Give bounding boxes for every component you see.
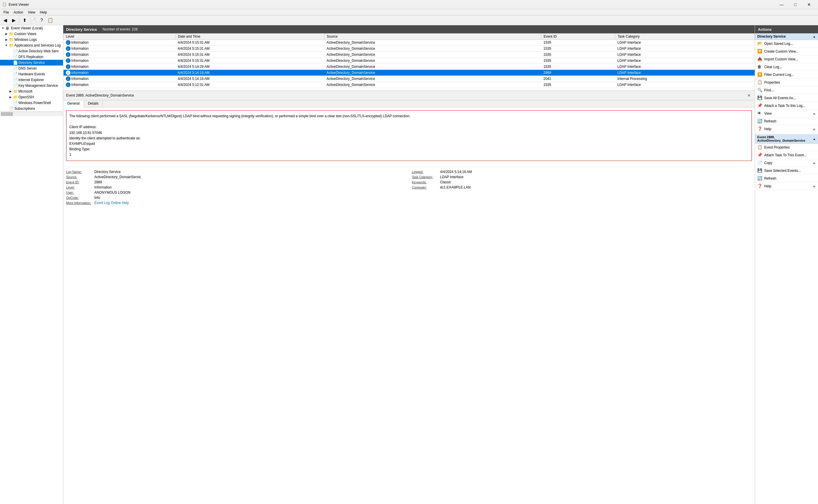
- action-item[interactable]: 💾 Save Selected Events...: [755, 167, 818, 175]
- info-icon: i: [66, 64, 70, 69]
- menu-file[interactable]: File: [1, 10, 11, 15]
- ssh-expand[interactable]: ▶: [9, 95, 12, 99]
- tab-general[interactable]: General: [63, 100, 84, 107]
- col-eventid[interactable]: Event ID: [541, 34, 615, 40]
- field-level: Level: Information: [66, 185, 406, 189]
- sidebar-item-directory-service[interactable]: ▶ 📄 Directory Service: [0, 60, 63, 66]
- action-item[interactable]: 👁 View ▶: [755, 110, 818, 118]
- action-item[interactable]: ❓ Help ▶: [755, 125, 818, 133]
- action-item[interactable]: 🔍 Find...: [755, 86, 818, 94]
- main-container: ▼ 🖥 Event Viewer (Local) ▶ 📁 Custom View…: [0, 25, 818, 504]
- back-button[interactable]: ◀: [1, 16, 9, 24]
- cell-eventid: 1535: [541, 64, 615, 70]
- events-table-container[interactable]: Level Date and Time Source Event ID Task…: [63, 33, 755, 91]
- event-id-label: Event ID:: [66, 180, 92, 184]
- sidebar-item-powershell[interactable]: ▶ 📄 Windows PowerShell: [0, 100, 63, 106]
- action-item[interactable]: 📂 Open Saved Log...: [755, 40, 818, 48]
- sidebar-item-ad-web[interactable]: ▶ 📄 Active Directory Web Serv: [0, 48, 63, 54]
- minimize-button[interactable]: —: [775, 0, 788, 9]
- custom-views-label: Custom Views: [14, 32, 36, 36]
- action-item[interactable]: 📋 Event Properties: [755, 144, 818, 151]
- sidebar-scrollbar[interactable]: [0, 111, 63, 116]
- actions-section1-title[interactable]: Directory Service ▲: [755, 33, 818, 40]
- info-icon: i: [66, 76, 70, 81]
- sidebar-item-ie[interactable]: ▶ 📄 Internet Explorer: [0, 77, 63, 83]
- menu-help[interactable]: Help: [38, 10, 49, 15]
- sidebar-item-dns[interactable]: ▶ 📄 DNS Server: [0, 66, 63, 71]
- help-button[interactable]: ?: [38, 16, 46, 24]
- sidebar-item-windows-logs[interactable]: ▶ 📁 Windows Logs: [0, 37, 63, 43]
- action-item[interactable]: ❓ Help ▶: [755, 182, 818, 190]
- log-name-value: Directory Service: [94, 170, 120, 174]
- forward-button[interactable]: ▶: [10, 16, 18, 24]
- table-row[interactable]: i Information 4/4/2024 5:14:16 AM Active…: [64, 70, 755, 76]
- table-row[interactable]: i Information 4/4/2024 5:15:31 AM Active…: [64, 52, 755, 58]
- table-row[interactable]: i Information 4/4/2024 5:12:31 AM Active…: [64, 82, 755, 88]
- sidebar-item-hardware[interactable]: ▶ 📄 Hardware Events: [0, 71, 63, 77]
- kms-label: Key Management Service: [18, 84, 58, 88]
- action-item[interactable]: 🔽 Filter Current Log...: [755, 71, 818, 79]
- table-row[interactable]: i Information 4/4/2024 5:15:31 AM Active…: [64, 40, 755, 46]
- events-table: Level Date and Time Source Event ID Task…: [63, 33, 755, 88]
- sidebar-item-app-services[interactable]: ▼ 📁 Applications and Services Log: [0, 43, 63, 48]
- detail-content: The following client performed a SASL (N…: [63, 107, 755, 167]
- table-row[interactable]: i Information 4/4/2024 5:14:16 AM Active…: [64, 76, 755, 82]
- action-item[interactable]: 🔄 Refresh: [755, 175, 818, 182]
- export-button[interactable]: 📋: [46, 16, 54, 24]
- detail-close-button[interactable]: ✕: [746, 93, 752, 98]
- cell-eventid: 1535: [541, 58, 615, 64]
- sidebar-scroll-thumb[interactable]: [1, 112, 13, 116]
- action-item[interactable]: 📥 Import Custom View...: [755, 55, 818, 63]
- action-icon: 📥: [757, 57, 763, 62]
- event-log-online-help-link[interactable]: Event Log Online Help: [94, 201, 129, 205]
- action-item[interactable]: 🔽 Create Custom View...: [755, 48, 818, 55]
- close-button[interactable]: ✕: [802, 0, 816, 9]
- col-source[interactable]: Source: [324, 34, 541, 40]
- col-task[interactable]: Task Category: [615, 34, 755, 40]
- ms-expand[interactable]: ▶: [9, 90, 12, 93]
- action-item[interactable]: 📋 Properties: [755, 79, 818, 86]
- cell-eventid: 1535: [541, 46, 615, 52]
- custom-views-expand[interactable]: ▶: [5, 32, 8, 36]
- table-row[interactable]: i Information 4/4/2024 5:15:31 AM Active…: [64, 58, 755, 64]
- menu-view[interactable]: View: [26, 10, 38, 15]
- actions-section2-label: Event 2889, ActiveDirectory_DomainServic…: [757, 135, 813, 142]
- cell-datetime: 4/4/2024 5:15:31 AM: [175, 46, 324, 52]
- hw-label: Hardware Events: [18, 72, 45, 76]
- sidebar-item-dfs[interactable]: ▶ 📄 DFS Replication: [0, 54, 63, 60]
- sidebar-item-microsoft[interactable]: ▶ 📁 Microsoft: [0, 89, 63, 94]
- root-expand-icon[interactable]: ▼: [1, 26, 5, 30]
- col-level[interactable]: Level: [64, 34, 175, 40]
- cell-source: ActiveDirectory_DomainService: [324, 40, 541, 46]
- action-item[interactable]: 🔄 Refresh: [755, 118, 818, 125]
- maximize-button[interactable]: □: [789, 0, 802, 9]
- action-item[interactable]: 💾 Save All Events As...: [755, 94, 818, 102]
- col-datetime[interactable]: Date and Time: [175, 34, 324, 40]
- kms-icon: 📄: [13, 83, 18, 88]
- up-button[interactable]: ⬆: [20, 16, 28, 24]
- sidebar-item-subscriptions[interactable]: ▶ 📄 Subscriptions: [0, 106, 63, 111]
- cell-datetime: 4/4/2024 5:12:31 AM: [175, 82, 324, 88]
- sidebar-item-openssh[interactable]: ▶ 📁 OpenSSH: [0, 94, 63, 100]
- table-row[interactable]: i Information 4/4/2024 5:15:31 AM Active…: [64, 46, 755, 52]
- action-item[interactable]: 🗑 Clear Log...: [755, 63, 818, 71]
- sidebar-item-custom-views[interactable]: ▶ 📁 Custom Views: [0, 31, 63, 37]
- actions-section2-title[interactable]: Event 2889, ActiveDirectory_DomainServic…: [755, 134, 818, 144]
- app-services-expand[interactable]: ▼: [5, 44, 8, 47]
- field-source: Source: ActiveDirectory_DomainServic: [66, 175, 406, 179]
- source-label: Source:: [66, 175, 92, 179]
- actions-panel: Actions Directory Service ▲ 📂 Open Saved…: [755, 25, 818, 504]
- table-row[interactable]: i Information 4/4/2024 5:14:29 AM Active…: [64, 64, 755, 70]
- tab-details[interactable]: Details: [84, 100, 103, 107]
- menu-action[interactable]: Action: [11, 10, 25, 15]
- cell-task: LDAP Interface: [615, 40, 755, 46]
- dns-icon: 📄: [13, 66, 18, 71]
- action-item[interactable]: 📌 Attach a Task To this Log...: [755, 102, 818, 110]
- action-item[interactable]: 📄 Copy ▶: [755, 159, 818, 167]
- tree-root[interactable]: ▼ 🖥 Event Viewer (Local): [0, 25, 63, 31]
- sidebar-item-kms[interactable]: ▶ 📄 Key Management Service: [0, 83, 63, 89]
- show-scope-pane-button[interactable]: 📄: [29, 16, 37, 24]
- action-item[interactable]: 📌 Attach Task To This Event...: [755, 151, 818, 159]
- windows-logs-expand[interactable]: ▶: [5, 38, 8, 41]
- app-icon: 📋: [2, 2, 7, 7]
